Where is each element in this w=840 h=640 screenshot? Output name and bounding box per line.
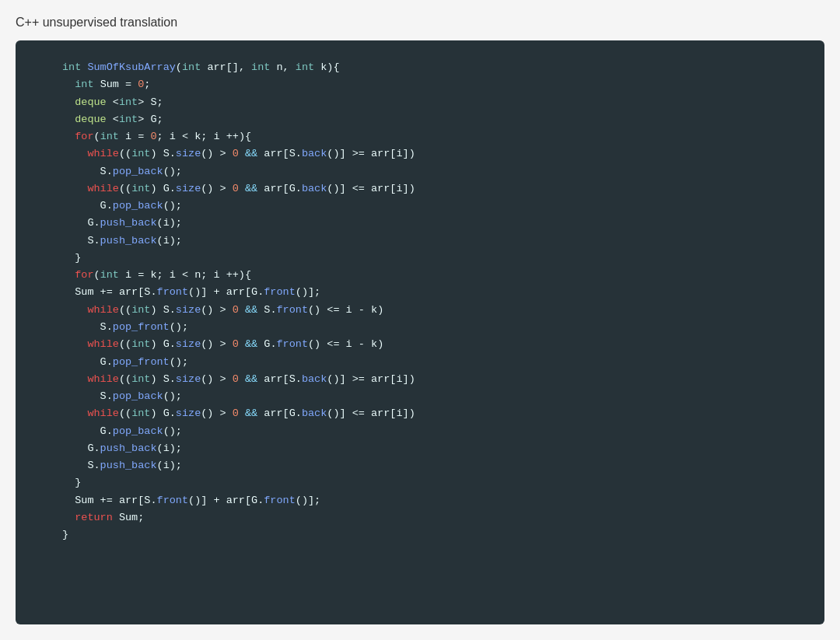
code-block: int SumOfKsubArray(int arr[], int n, int… [62,59,801,544]
page-title: C++ unsupervised translation [16,16,824,30]
code-container: int SumOfKsubArray(int arr[], int n, int… [16,40,824,624]
